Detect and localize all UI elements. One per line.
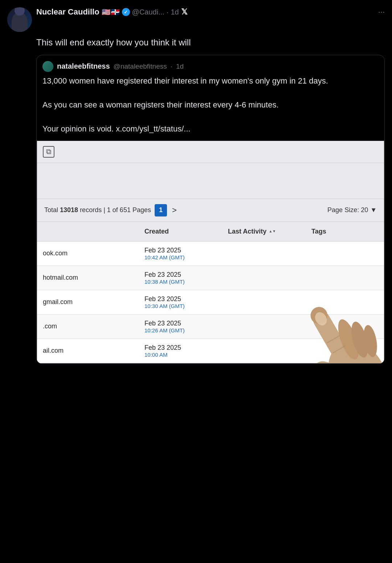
created-date-2: Feb 23 2025 <box>144 271 216 279</box>
pagination-total-records: 13018 <box>60 206 78 214</box>
col-email <box>37 226 139 238</box>
page-size-dropdown-icon[interactable]: ▼ <box>370 206 377 214</box>
cell-email-5: ail.com <box>37 342 139 360</box>
cell-tags-5 <box>306 346 360 356</box>
table-row: .com Feb 23 2025 10:26 AM (GMT) <box>37 315 384 339</box>
created-time-5: 10:00 AM <box>144 352 216 358</box>
db-toolbar <box>37 141 384 163</box>
flag-emoji: 🇺🇸🇩🇴 <box>102 8 120 16</box>
cell-tags-1 <box>306 248 360 259</box>
col-last-activity[interactable]: Last Activity ▲▼ <box>222 226 306 238</box>
created-time-2: 10:38 AM (GMT) <box>144 279 216 285</box>
cell-email-1: ook.com <box>37 244 139 262</box>
quoted-separator: · <box>171 62 172 70</box>
cell-created-5: Feb 23 2025 10:00 AM <box>139 339 222 363</box>
cell-tags-3 <box>306 297 360 307</box>
cell-lastactivity-2 <box>222 273 306 283</box>
created-date-5: Feb 23 2025 <box>144 344 216 352</box>
table-row: hotmail.com Feb 23 2025 10:38 AM (GMT) <box>37 266 384 290</box>
cell-created-4: Feb 23 2025 10:26 AM (GMT) <box>139 315 222 339</box>
cell-lastactivity-4 <box>222 321 306 332</box>
tweet-text: This will end exactly how you think it w… <box>7 36 385 49</box>
page-size-label: Page Size: 20 <box>327 206 368 214</box>
created-date-3: Feb 23 2025 <box>144 295 216 303</box>
created-date-1: Feb 23 2025 <box>144 247 216 254</box>
cell-created-2: Feb 23 2025 10:38 AM (GMT) <box>139 266 222 290</box>
avatar[interactable] <box>7 7 32 32</box>
quoted-tweet[interactable]: nataleebfitness @nataleebfitness · 1d 13… <box>36 55 385 364</box>
tweet-timestamp: 1d <box>171 8 179 16</box>
cell-created-3: Feb 23 2025 10:30 AM (GMT) <box>139 290 222 314</box>
tweet-time: · <box>167 8 169 16</box>
table-row: gmail.com Feb 23 2025 10:30 AM (GMT) <box>37 290 384 315</box>
pagination-total-label: Total 13018 records | 1 of 651 Pages <box>44 206 151 214</box>
quoted-text-line3: Your opinion is void. x.com/ysl_tt/statu… <box>42 124 191 133</box>
database-screenshot: Total 13018 records | 1 of 651 Pages 1 >… <box>37 141 384 364</box>
tweet-user-info: Nuclear Caudillo 🇺🇸🇩🇴 ✓ @Caudi... · 1d 𝕏… <box>36 7 385 17</box>
col-last-activity-label: Last Activity <box>228 228 266 235</box>
next-page-button[interactable]: > <box>171 206 178 215</box>
db-empty-area <box>37 141 384 199</box>
quoted-avatar[interactable] <box>42 61 53 72</box>
db-table-header: Created Last Activity ▲▼ Tags <box>37 222 384 242</box>
x-platform-icon: 𝕏 <box>181 7 188 17</box>
quoted-tweet-header: nataleebfitness @nataleebfitness · 1d <box>37 55 384 75</box>
quoted-author-name[interactable]: nataleebfitness <box>57 62 110 70</box>
quoted-author-handle[interactable]: @nataleebfitness <box>114 62 167 70</box>
copy-icon[interactable] <box>43 146 54 158</box>
created-time-4: 10:26 AM (GMT) <box>144 327 216 333</box>
cell-lastactivity-1 <box>222 248 306 259</box>
verified-icon: ✓ <box>122 8 130 16</box>
page-size-selector[interactable]: Page Size: 20 ▼ <box>327 206 377 214</box>
quoted-text-line2: As you can see a woman registers their i… <box>42 100 279 109</box>
quoted-timestamp: 1d <box>176 62 184 70</box>
quoted-text-line1: 13,000 women have registered their inter… <box>42 76 328 85</box>
table-row: ail.com Feb 23 2025 10:00 AM <box>37 339 384 363</box>
sort-icon[interactable]: ▲▼ <box>269 230 276 233</box>
col-tags: Tags <box>306 226 360 238</box>
cell-email-3: gmail.com <box>37 293 139 311</box>
db-pagination-bar: Total 13018 records | 1 of 651 Pages 1 >… <box>37 199 384 222</box>
col-created: Created <box>139 226 222 238</box>
tweet-author-name[interactable]: Nuclear Caudillo <box>36 7 99 17</box>
cell-lastactivity-5 <box>222 346 306 356</box>
cell-lastactivity-3 <box>222 297 306 307</box>
tweet-container: Nuclear Caudillo 🇺🇸🇩🇴 ✓ @Caudi... · 1d 𝕏… <box>0 0 392 364</box>
table-row: ook.com Feb 23 2025 10:42 AM (GMT) <box>37 242 384 266</box>
cell-tags-2 <box>306 273 360 283</box>
cell-tags-4 <box>306 321 360 332</box>
quoted-tweet-text: 13,000 women have registered their inter… <box>37 75 384 141</box>
more-options-icon[interactable]: ··· <box>378 7 385 17</box>
created-time-3: 10:30 AM (GMT) <box>144 303 216 309</box>
cell-email-4: .com <box>37 317 139 335</box>
created-time-1: 10:42 AM (GMT) <box>144 254 216 260</box>
tweet-header: Nuclear Caudillo 🇺🇸🇩🇴 ✓ @Caudi... · 1d 𝕏… <box>7 7 385 32</box>
tweet-handle[interactable]: @Caudi... <box>132 8 164 16</box>
tweet-name-row: Nuclear Caudillo 🇺🇸🇩🇴 ✓ @Caudi... · 1d 𝕏… <box>36 7 385 17</box>
created-date-4: Feb 23 2025 <box>144 320 216 327</box>
current-page-button[interactable]: 1 <box>155 204 167 216</box>
cell-created-1: Feb 23 2025 10:42 AM (GMT) <box>139 242 222 266</box>
db-table-body: ook.com Feb 23 2025 10:42 AM (GMT) hotma… <box>37 242 384 363</box>
cell-email-2: hotmail.com <box>37 269 139 287</box>
